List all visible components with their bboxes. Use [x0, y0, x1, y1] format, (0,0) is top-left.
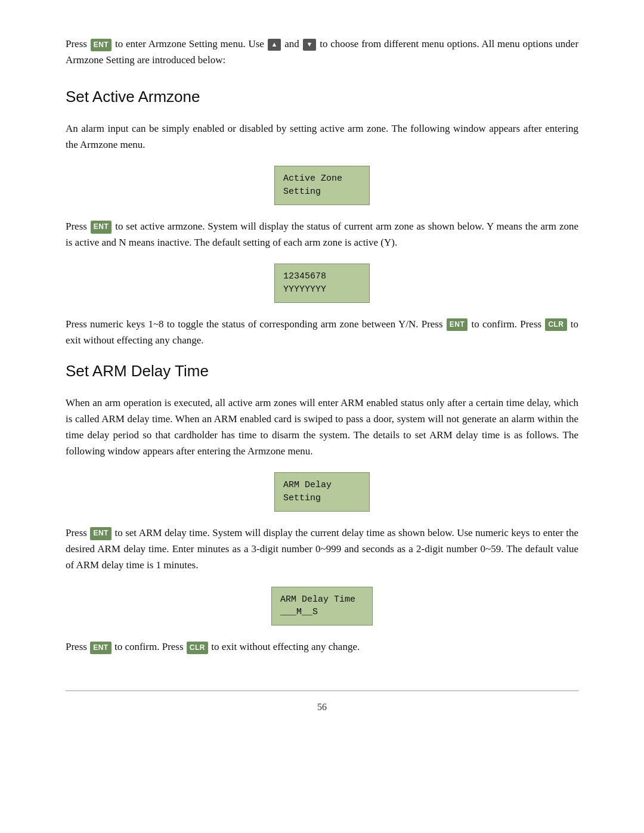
lcd2-line2: YYYYYYYY [283, 283, 352, 296]
section2-para3: Press ENT to confirm. Press CLR to exit … [66, 639, 578, 655]
lcd3-line1: ARM Delay [283, 479, 352, 492]
section1-heading: Set Active Armzone [66, 85, 578, 110]
up-arrow-icon: ▲ [268, 39, 281, 51]
section1-para2-text1: Press [66, 221, 90, 232]
lcd-box-4-wrap: ARM Delay Time ___M__S [66, 587, 578, 626]
ent-badge-5: ENT [90, 642, 112, 654]
lcd-box-1-wrap: Active Zone Setting [66, 166, 578, 205]
lcd-box-2: 12345678 YYYYYYYY [274, 264, 370, 303]
page-number: 56 [66, 699, 578, 715]
section1-para3: Press numeric keys 1~8 to toggle the sta… [66, 316, 578, 348]
lcd1-line2: Setting [283, 185, 352, 199]
intro-paragraph: Press ENT to enter Armzone Setting menu.… [66, 36, 578, 68]
section1-para2-text2: to set active armzone. System will displ… [66, 221, 578, 248]
section1-para3-text1: Press numeric keys 1~8 to toggle the sta… [66, 318, 446, 330]
lcd-box-1: Active Zone Setting [274, 166, 370, 205]
intro-text-2: to enter Armzone Setting menu. Use [115, 38, 267, 49]
section2-para3-text1: Press [66, 641, 89, 652]
lcd-box-3-wrap: ARM Delay Setting [66, 472, 578, 512]
lcd-box-3: ARM Delay Setting [274, 472, 370, 512]
section2-para3-text2: to confirm. Press [112, 641, 186, 652]
section2-para3-text3: to exit without effecting any change. [209, 641, 360, 652]
clr-badge-2: CLR [187, 642, 208, 654]
lcd4-line2: ___M__S [280, 606, 355, 619]
ent-badge-1: ENT [91, 39, 112, 51]
section2-para1: When an arm operation is executed, all a… [66, 395, 578, 460]
lcd-box-2-wrap: 12345678 YYYYYYYY [66, 264, 578, 303]
footer-divider [66, 690, 578, 691]
intro-and: and [284, 38, 302, 49]
lcd4-line1: ARM Delay Time [280, 593, 355, 606]
down-arrow-icon: ▼ [303, 39, 317, 51]
lcd2-line1: 12345678 [283, 270, 352, 283]
ent-badge-2: ENT [91, 221, 112, 233]
lcd-box-4: ARM Delay Time ___M__S [271, 587, 373, 626]
lcd3-line2: Setting [283, 492, 352, 505]
section1-para3-text2: to confirm. Press [468, 318, 544, 330]
section1-para2: Press ENT to set active armzone. System … [66, 218, 578, 250]
section2-para2: Press ENT to set ARM delay time. System … [66, 525, 578, 574]
section2-para2-text2: to set ARM delay time. System will displ… [66, 527, 578, 571]
section2-heading: Set ARM Delay Time [66, 359, 578, 384]
clr-badge-1: CLR [545, 318, 566, 331]
section1-para1: An alarm input can be simply enabled or … [66, 120, 578, 153]
ent-badge-4: ENT [90, 527, 112, 540]
lcd1-line1: Active Zone [283, 172, 352, 185]
ent-badge-3: ENT [447, 318, 468, 331]
section2-para2-text1: Press [66, 527, 89, 538]
